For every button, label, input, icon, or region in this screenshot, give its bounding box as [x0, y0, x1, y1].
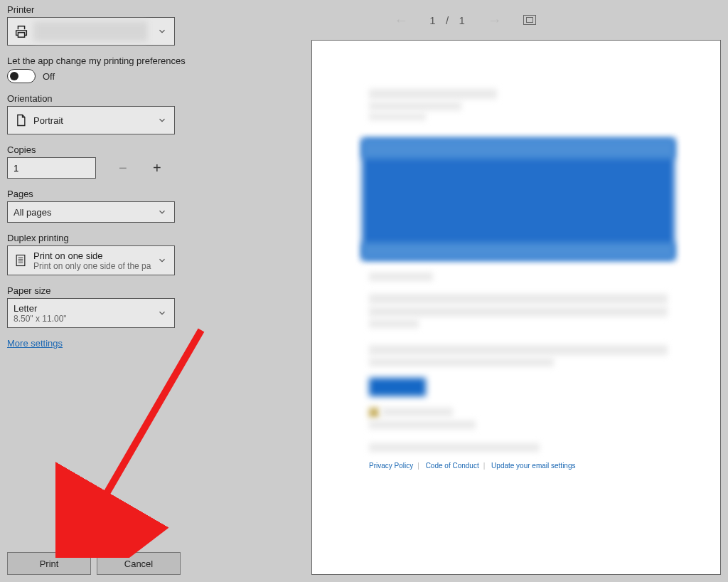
- chevron-down-icon: [157, 115, 167, 125]
- next-page-button[interactable]: →: [483, 11, 506, 29]
- fit-to-page-icon[interactable]: [523, 15, 536, 25]
- printer-label: Printer: [7, 4, 191, 15]
- printer-name-redacted: [33, 21, 147, 41]
- duplex-select[interactable]: Print on one side Print on only one side…: [7, 245, 175, 275]
- app-change-toggle[interactable]: [7, 69, 36, 83]
- chevron-down-icon: [157, 255, 167, 265]
- duplex-icon: [14, 253, 28, 268]
- paper-value-sub: 8.50" x 11.00": [14, 314, 168, 324]
- paper-label: Paper size: [7, 285, 191, 296]
- orientation-value: Portrait: [33, 115, 63, 126]
- page-icon: [14, 113, 28, 127]
- cancel-button[interactable]: Cancel: [97, 552, 181, 575]
- svg-rect-0: [16, 255, 25, 266]
- copies-decrement[interactable]: −: [114, 160, 130, 176]
- chevron-down-icon: [157, 26, 167, 36]
- pages-value: All pages: [14, 207, 51, 218]
- chevron-down-icon: [157, 308, 167, 318]
- copies-label: Copies: [7, 144, 191, 155]
- printer-select[interactable]: [7, 17, 175, 46]
- printer-icon: [14, 23, 29, 39]
- print-preview-page: Privacy Policy| Code of Conduct| Update …: [311, 40, 721, 575]
- chevron-down-icon: [157, 207, 167, 217]
- print-button[interactable]: Print: [7, 552, 91, 575]
- page-indicator: 1 / 1: [429, 14, 466, 26]
- app-change-label: Let the app change my printing preferenc…: [7, 55, 191, 66]
- app-change-state: Off: [43, 71, 55, 82]
- duplex-value-main: Print on one side: [33, 250, 168, 261]
- duplex-label: Duplex printing: [7, 233, 191, 243]
- copies-increment[interactable]: +: [149, 160, 164, 176]
- paper-select[interactable]: Letter 8.50" x 11.00": [7, 298, 175, 328]
- prev-page-button[interactable]: ←: [390, 11, 412, 29]
- pages-select[interactable]: All pages: [7, 201, 175, 223]
- pages-label: Pages: [7, 189, 191, 199]
- preview-footer-links: Privacy Policy| Code of Conduct| Update …: [369, 462, 576, 470]
- more-settings-link[interactable]: More settings: [7, 338, 63, 349]
- duplex-value-sub: Print on only one side of the pa: [33, 261, 168, 271]
- orientation-label: Orientation: [7, 93, 191, 104]
- copies-input[interactable]: [7, 157, 96, 179]
- paper-value-main: Letter: [14, 303, 168, 314]
- orientation-select[interactable]: Portrait: [7, 106, 175, 134]
